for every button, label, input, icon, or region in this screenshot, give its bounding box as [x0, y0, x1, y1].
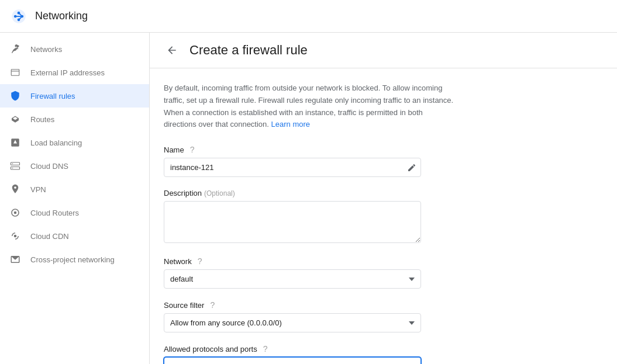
network-help-icon[interactable]: ? [195, 256, 205, 266]
svg-point-9 [12, 164, 13, 165]
firewall-icon [9, 90, 21, 102]
sidebar-item-cloud-cdn[interactable]: Cloud CDN [0, 224, 149, 248]
cross-project-icon [9, 254, 21, 265]
app-title: Networking [35, 10, 88, 22]
sidebar-item-lb-label: Load balancing [30, 138, 82, 147]
network-label: Network ? [164, 256, 592, 266]
sidebar-item-external-ip-label: External IP addresses [30, 68, 105, 77]
sidebar-item-routes-label: Routes [30, 115, 54, 124]
description-input[interactable] [164, 201, 421, 243]
page-header: Create a firewall rule [150, 33, 617, 68]
svg-rect-5 [11, 70, 19, 76]
routes-icon [9, 113, 21, 125]
page-title: Create a firewall rule [189, 43, 308, 58]
sidebar-item-vpn-label: VPN [30, 185, 46, 194]
sidebar-item-firewall-rules[interactable]: Firewall rules [0, 84, 149, 108]
protocols-input[interactable] [164, 357, 421, 364]
name-field: Name ? [164, 145, 592, 177]
sidebar-item-routers-label: Cloud Routers [30, 209, 79, 217]
svg-point-3 [18, 11, 20, 14]
form-container: By default, incoming traffic from outsid… [150, 68, 606, 364]
source-filter-help-icon[interactable]: ? [208, 300, 217, 310]
sidebar-item-load-balancing[interactable]: Load balancing [0, 131, 149, 154]
learn-more-link[interactable]: Learn more [271, 120, 310, 129]
svg-point-10 [12, 168, 13, 169]
network-field: Network ? default [164, 256, 592, 289]
protocols-field: Allowed protocols and ports ? [164, 344, 592, 364]
svg-point-4 [18, 18, 20, 21]
sidebar-item-dns-label: Cloud DNS [30, 162, 68, 171]
name-input-wrapper [164, 158, 421, 177]
sidebar: Networks External IP addresses Firewall … [0, 33, 150, 364]
app-icon [9, 7, 28, 26]
source-filter-select[interactable]: Allow from any source (0.0.0.0/0) [164, 313, 421, 332]
sidebar-item-cross-project-label: Cross-project networking [30, 255, 115, 264]
source-filter-label: Source filter ? [164, 300, 592, 310]
sidebar-item-cloud-routers[interactable]: Cloud Routers [0, 201, 149, 224]
external-ip-icon [9, 67, 21, 78]
name-label: Name ? [164, 145, 592, 154]
source-filter-field: Source filter ? Allow from any source (0… [164, 300, 592, 332]
svg-point-2 [21, 15, 24, 18]
dns-icon [9, 160, 21, 172]
sidebar-item-external-ip[interactable]: External IP addresses [0, 61, 149, 84]
routers-icon [9, 207, 21, 219]
sidebar-item-cross-project[interactable]: Cross-project networking [0, 248, 149, 271]
name-help-icon[interactable]: ? [188, 145, 197, 154]
back-button[interactable] [164, 42, 180, 58]
info-text: By default, incoming traffic from outsid… [164, 82, 456, 131]
sidebar-item-cdn-label: Cloud CDN [30, 232, 69, 241]
description-label: Description (Optional) [164, 189, 592, 197]
svg-point-1 [14, 15, 17, 18]
network-select[interactable]: default [164, 269, 421, 289]
load-balancing-icon [9, 137, 21, 148]
edit-icon [407, 163, 416, 172]
protocols-help-icon[interactable]: ? [261, 344, 270, 353]
description-field: Description (Optional) [164, 189, 592, 245]
content-area: Create a firewall rule By default, incom… [150, 33, 617, 364]
sidebar-item-networks[interactable]: Networks [0, 37, 149, 61]
networks-icon [9, 43, 21, 55]
sidebar-item-routes[interactable]: Routes [0, 108, 149, 131]
top-bar: Networking [0, 0, 617, 33]
sidebar-item-cloud-dns[interactable]: Cloud DNS [0, 154, 149, 178]
name-input[interactable] [164, 158, 421, 177]
sidebar-item-networks-label: Networks [30, 45, 62, 54]
cdn-icon [9, 230, 21, 242]
protocols-label: Allowed protocols and ports ? [164, 344, 592, 353]
svg-point-12 [14, 235, 17, 238]
vpn-icon [9, 183, 21, 195]
sidebar-item-firewall-label: Firewall rules [30, 92, 75, 100]
sidebar-item-vpn[interactable]: VPN [0, 178, 149, 201]
main-layout: Networks External IP addresses Firewall … [0, 33, 617, 364]
svg-point-11 [14, 212, 17, 214]
